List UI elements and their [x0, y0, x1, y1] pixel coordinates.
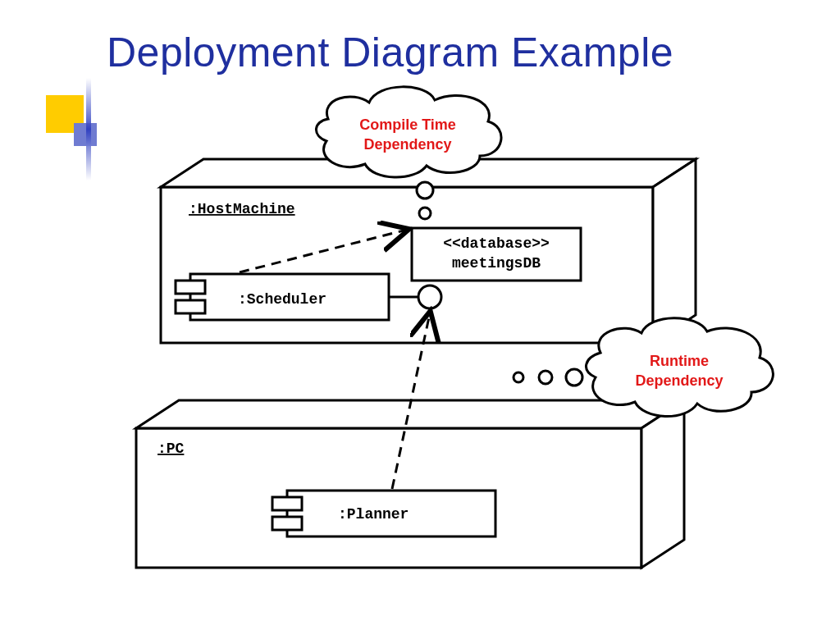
- svg-point-15: [417, 182, 433, 199]
- callout-compile-line1: Compile Time: [359, 116, 456, 133]
- component-scheduler: :Scheduler: [176, 274, 389, 320]
- svg-point-17: [566, 369, 582, 386]
- deployment-diagram: :HostMachine :Scheduler <<database>> mee…: [0, 0, 840, 630]
- callout-runtime-line2: Dependency: [635, 372, 723, 389]
- component-planner: :Planner: [272, 491, 495, 536]
- component-database: <<database>> meetingsDB: [412, 228, 581, 281]
- svg-marker-11: [641, 400, 684, 568]
- svg-rect-4: [176, 281, 205, 294]
- svg-point-8: [418, 285, 441, 308]
- svg-rect-13: [272, 497, 302, 510]
- database-stereotype: <<database>>: [443, 235, 550, 252]
- svg-point-18: [539, 371, 552, 384]
- callout-runtime-line1: Runtime: [650, 353, 709, 369]
- planner-label: :Planner: [338, 506, 409, 523]
- svg-marker-2: [653, 159, 696, 343]
- database-name: meetingsDB: [452, 255, 541, 272]
- svg-point-19: [514, 372, 523, 382]
- svg-point-16: [419, 208, 431, 219]
- svg-rect-14: [272, 517, 302, 530]
- hostmachine-label: :HostMachine: [189, 201, 295, 217]
- svg-rect-5: [176, 300, 205, 313]
- scheduler-label: :Scheduler: [238, 291, 326, 308]
- pc-label: :PC: [158, 441, 185, 457]
- node-pc: :PC: [136, 400, 684, 568]
- callout-compile-line2: Dependency: [363, 136, 451, 153]
